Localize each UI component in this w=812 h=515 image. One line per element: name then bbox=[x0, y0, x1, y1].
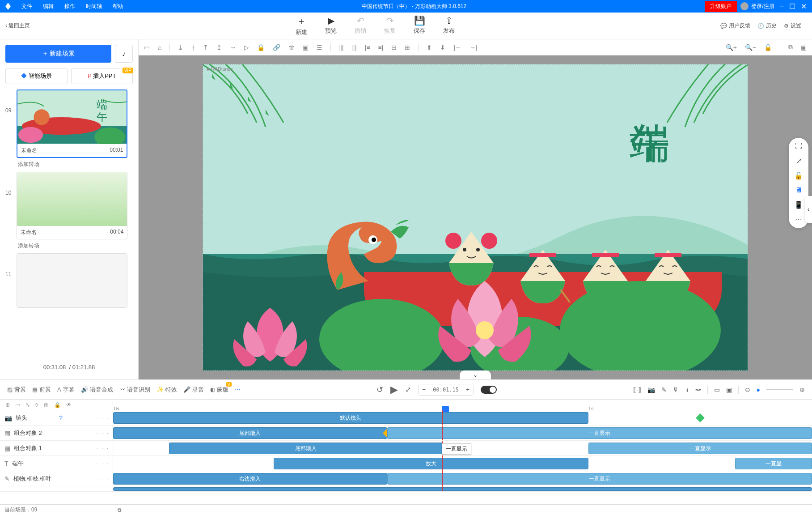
time-plus-button[interactable]: + bbox=[462, 384, 473, 395]
timeline-clip[interactable]: 底部渐入 bbox=[113, 427, 387, 439]
settings-button[interactable]: ⚙设置 bbox=[784, 22, 801, 30]
minimize-button[interactable]: − bbox=[780, 2, 784, 11]
keyframe-diamond[interactable] bbox=[696, 413, 705, 422]
smart-scene-button[interactable]: ◆ 智能场景 bbox=[5, 68, 68, 84]
timeline-clip[interactable]: 一直显示 bbox=[387, 427, 812, 439]
insert-ppt-button[interactable]: P 插入PPTVIP bbox=[71, 68, 133, 84]
eye-icon[interactable]: 👁 bbox=[66, 402, 72, 408]
resize-icon[interactable]: ⤡ bbox=[25, 402, 30, 408]
canvas-collapse-button[interactable]: ⌄ bbox=[460, 370, 491, 379]
copy-icon[interactable]: ⧉ bbox=[788, 43, 793, 51]
pencil-icon[interactable]: ✎ bbox=[661, 386, 667, 393]
track-label[interactable]: ✎植物,柳枝,柳叶··· bbox=[0, 471, 113, 486]
add-track-icon[interactable]: ⊕ bbox=[5, 402, 10, 408]
tab-asr[interactable]: 〰语音识别 bbox=[119, 386, 150, 394]
center-h-icon[interactable]: ⊟ bbox=[391, 44, 397, 51]
mobile-icon[interactable]: 📱 bbox=[794, 200, 803, 209]
timeline-clip[interactable]: 底部渐入 bbox=[169, 443, 443, 454]
scene-item-11[interactable]: 11 bbox=[5, 253, 133, 308]
audio-clip[interactable] bbox=[113, 487, 812, 491]
box1-icon[interactable]: ▭ bbox=[714, 386, 720, 393]
add-transition[interactable]: 添加转场 bbox=[18, 242, 133, 250]
tab-record[interactable]: 🎤录音 bbox=[183, 386, 204, 394]
paste-icon[interactable]: ▣ bbox=[801, 44, 807, 51]
tab-background[interactable]: ▨背景 bbox=[7, 386, 26, 394]
playhead-line[interactable] bbox=[442, 471, 443, 486]
desktop-icon[interactable]: 🖥 bbox=[795, 186, 802, 194]
expand-icon[interactable]: ⤢ bbox=[405, 385, 411, 394]
timeline-clip[interactable]: 右边滑入 bbox=[113, 473, 387, 485]
fullscreen-icon[interactable]: ⛶ bbox=[795, 142, 802, 150]
unlock-icon[interactable]: 🔓 bbox=[764, 44, 772, 51]
copy-scene-icon[interactable]: ⧉ bbox=[118, 507, 122, 513]
zoom-in-icon[interactable]: 🔍+ bbox=[726, 44, 737, 51]
track-content[interactable]: 底部渐入一直显示一直显示 bbox=[113, 441, 812, 455]
menu-timeline[interactable]: 时间轴 bbox=[86, 3, 102, 10]
align-v-icon[interactable]: |≡ bbox=[365, 44, 370, 51]
playhead-line[interactable] bbox=[442, 456, 443, 471]
track-content[interactable]: 底部渐入一直显示 bbox=[113, 426, 812, 440]
backward-icon[interactable]: ⬇ bbox=[440, 44, 445, 51]
bring-icon[interactable]: →| bbox=[469, 44, 478, 51]
timeline-clip[interactable]: 一直显 bbox=[735, 458, 812, 469]
more-tabs-icon[interactable]: ⋯ bbox=[235, 386, 241, 393]
tool-undo[interactable]: ↶撤销 bbox=[355, 15, 366, 36]
zoom-out-icon[interactable]: ⊖ bbox=[745, 386, 750, 393]
marker-icon[interactable]: ◊ bbox=[35, 402, 38, 408]
mic2-icon[interactable]: 🎙 bbox=[673, 386, 679, 393]
align-right-icon[interactable]: ⤒ bbox=[203, 44, 208, 51]
add-transition[interactable]: 添加转场 bbox=[18, 161, 133, 168]
menu-edit[interactable]: 编辑 bbox=[43, 3, 54, 10]
filter-icon[interactable]: ⫞ bbox=[685, 386, 689, 393]
tool-preview[interactable]: ▶预览 bbox=[325, 15, 337, 36]
tab-mask[interactable]: ◐蒙版V bbox=[210, 386, 228, 394]
loop-toggle[interactable] bbox=[481, 386, 497, 394]
timeline-clip[interactable]: 默认镜头 bbox=[113, 412, 588, 424]
scene-item-09[interactable]: 09 端 午 bbox=[5, 89, 133, 158]
playhead-line[interactable] bbox=[442, 426, 443, 440]
lock2-icon[interactable]: 🔒 bbox=[54, 402, 61, 408]
align-left-icon[interactable]: ⤓ bbox=[178, 44, 183, 51]
delete-icon[interactable]: 🗑 bbox=[288, 44, 295, 51]
timeline-clip[interactable]: 一直显示 bbox=[387, 473, 812, 485]
track-label[interactable]: ▦组合对象 2··· bbox=[0, 426, 113, 440]
list-icon[interactable]: ☰ bbox=[317, 44, 322, 51]
track-content[interactable]: 放大一直显 bbox=[113, 456, 812, 471]
zoom-in-icon[interactable]: ⊕ bbox=[799, 386, 805, 393]
account-area[interactable]: 登录/注册 bbox=[740, 2, 774, 10]
more-icon[interactable]: ⋯ bbox=[795, 215, 802, 224]
zoom-out-icon[interactable]: 🔍− bbox=[745, 44, 756, 51]
canvas-frame[interactable]: ■ RADiance 端午 bbox=[203, 64, 748, 371]
menu-action[interactable]: 操作 bbox=[64, 3, 75, 10]
new-scene-button[interactable]: ＋ 新建场景 bbox=[5, 45, 111, 63]
folder-icon[interactable]: ▭ bbox=[15, 402, 20, 408]
lock-icon[interactable]: 🔒 bbox=[257, 44, 265, 51]
home-icon[interactable]: ⌂ bbox=[158, 44, 161, 51]
forward-icon[interactable]: ⬆ bbox=[427, 44, 432, 51]
playhead-line[interactable] bbox=[442, 410, 443, 425]
track-label[interactable]: 📷镜头?··· bbox=[0, 410, 113, 425]
align-middle-icon[interactable]: ↔ bbox=[230, 44, 236, 51]
flow-icon[interactable]: ⫘ bbox=[695, 386, 701, 393]
group-icon[interactable]: ▣ bbox=[303, 44, 309, 51]
feedback-button[interactable]: 💬用户反馈 bbox=[720, 22, 750, 30]
track-content[interactable]: 右边滑入一直显示 bbox=[113, 471, 812, 486]
close-button[interactable]: ✕ bbox=[801, 2, 807, 11]
right-collapse-tab[interactable]: ‹ bbox=[805, 196, 812, 223]
timeline-clip[interactable]: 放大 bbox=[274, 458, 588, 469]
tab-effect[interactable]: ✨特效 bbox=[156, 386, 177, 394]
link-icon[interactable]: 🔗 bbox=[273, 44, 280, 51]
tab-foreground[interactable]: ▤前景 bbox=[32, 386, 51, 394]
history-button[interactable]: 🕘历史 bbox=[757, 22, 777, 30]
send-icon[interactable]: |← bbox=[453, 44, 461, 51]
upgrade-button[interactable]: 升级账户 bbox=[705, 1, 737, 12]
playhead-line[interactable] bbox=[442, 486, 443, 491]
timeline-clip[interactable]: 一直显示 bbox=[588, 443, 812, 454]
track-label[interactable]: ▦组合对象 1··· bbox=[0, 441, 113, 455]
tool-redo[interactable]: ↷恢复 bbox=[384, 15, 396, 36]
track-label[interactable]: T端午··· bbox=[0, 456, 113, 471]
unlock-icon[interactable]: 🔓 bbox=[794, 171, 803, 180]
tool-publish[interactable]: ⇧发布 bbox=[443, 15, 455, 36]
align-center-v-icon[interactable]: ⟊ bbox=[191, 44, 195, 51]
menu-help[interactable]: 帮助 bbox=[113, 3, 123, 10]
